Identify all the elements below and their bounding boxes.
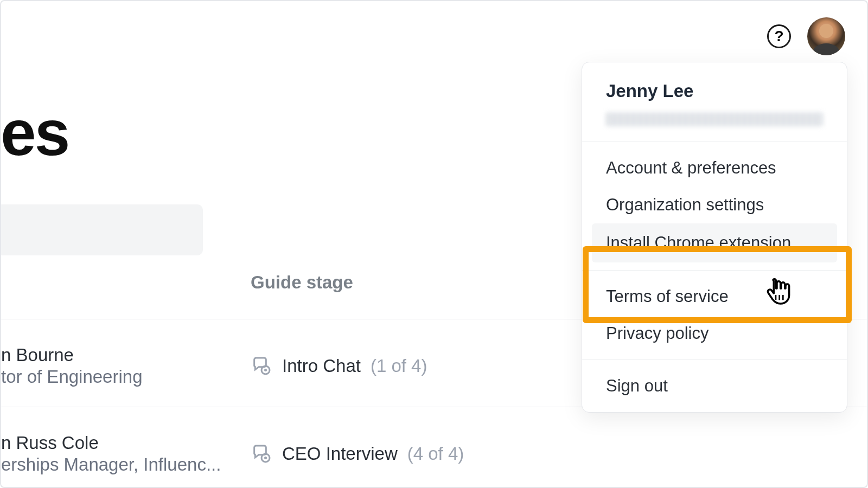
dropdown-section: Terms of service Privacy policy [582, 271, 847, 359]
dropdown-header: Jenny Lee [582, 62, 847, 142]
candidate-name: n Russ Cole [1, 433, 221, 453]
menu-item-privacy-policy[interactable]: Privacy policy [582, 315, 847, 352]
candidate-role: erships Manager, Influenc... [1, 454, 221, 475]
candidate-name: n Bourne [1, 345, 143, 365]
candidate-role: tor of Engineering [1, 367, 143, 387]
dropdown-section: Sign out [582, 360, 847, 412]
row-identity: n Bourne tor of Engineering [23, 345, 143, 387]
help-icon-glyph: ? [774, 28, 783, 45]
dropdown-section: Account & preferences Organization setti… [582, 142, 847, 270]
menu-item-organization-settings[interactable]: Organization settings [582, 187, 847, 223]
svg-point-1 [264, 369, 267, 371]
menu-item-account-preferences[interactable]: Account & preferences [582, 150, 847, 187]
stage-cell: CEO Interview (4 of 4) [251, 443, 464, 465]
top-bar: ? [745, 1, 867, 72]
stage-progress: (4 of 4) [407, 444, 464, 464]
stage-cell: Intro Chat (1 of 4) [251, 355, 427, 377]
svg-point-3 [264, 457, 267, 459]
stage-progress: (1 of 4) [371, 356, 427, 376]
help-icon[interactable]: ? [767, 24, 791, 48]
menu-item-install-chrome-extension[interactable]: Install Chrome extension [592, 223, 837, 262]
search-input[interactable] [1, 204, 203, 255]
column-header-guide-stage: Guide stage [251, 272, 353, 293]
user-menu-dropdown: Jenny Lee Account & preferences Organiza… [582, 62, 847, 413]
chat-bubble-icon [251, 355, 272, 377]
avatar[interactable] [807, 17, 845, 55]
user-email-redacted [606, 112, 823, 126]
row-identity: n Russ Cole erships Manager, Influenc... [23, 433, 221, 475]
user-name: Jenny Lee [606, 81, 823, 101]
menu-item-sign-out[interactable]: Sign out [582, 368, 847, 404]
table-row[interactable]: n Russ Cole erships Manager, Influenc...… [1, 413, 867, 488]
stage-name: Intro Chat [282, 356, 361, 376]
menu-item-terms-of-service[interactable]: Terms of service [582, 278, 847, 315]
page-title: des [0, 96, 68, 170]
chat-bubble-icon [251, 443, 272, 465]
stage-name: CEO Interview [282, 444, 398, 464]
